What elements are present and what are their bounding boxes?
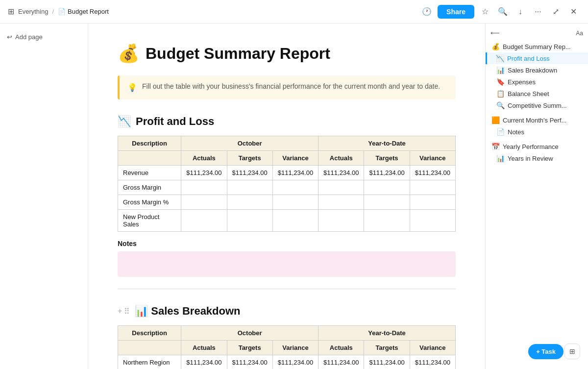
search-icon[interactable]: 🔍 xyxy=(496,5,510,19)
sidebar-item-current-month[interactable]: 🟧 Current Month's Perf... xyxy=(486,114,588,126)
row-oct-variance: $111,234.00 xyxy=(272,355,318,369)
desc-header: Description xyxy=(118,326,181,341)
ytd-targets-header: Targets xyxy=(364,151,410,166)
sidebar-sales-breakdown-label: Sales Breakdown xyxy=(508,67,557,74)
layout: ↩ Add page 💰 Budget Summary Report 💡 Fil… xyxy=(0,24,588,369)
sidebar-budget-summary-label: Budget Summary Rep... xyxy=(503,43,571,50)
table-row: Gross Margin xyxy=(118,180,456,195)
star-icon[interactable]: ☆ xyxy=(478,5,492,19)
row-ytd-variance xyxy=(410,180,455,195)
current-page-breadcrumb: 📄 Budget Report xyxy=(58,8,109,15)
expand-icon[interactable]: ⤢ xyxy=(549,5,563,19)
sidebar-collapse-icon[interactable]: ⟵ xyxy=(490,29,500,37)
current-month-sidebar-icon: 🟧 xyxy=(491,116,500,124)
sidebar-balance-sheet-label: Balance Sheet xyxy=(508,90,549,98)
task-button[interactable]: + Task xyxy=(528,344,564,359)
row-ytd-targets xyxy=(364,195,410,210)
sidebar-item-balance-sheet[interactable]: 📋 Balance Sheet xyxy=(486,88,588,99)
expenses-sidebar-icon: 🔖 xyxy=(496,78,505,86)
lightbulb-icon: 💡 xyxy=(127,82,137,94)
topbar-actions: 🕐 Share ☆ 🔍 ↓ ··· ⤢ ✕ xyxy=(420,5,580,19)
row-oct-variance: $111,234.00 xyxy=(272,166,318,180)
oct-actuals-header: Actuals xyxy=(181,341,227,355)
main-content: 💰 Budget Summary Report 💡 Fill out the t… xyxy=(88,24,485,369)
sidebar-item-competitive[interactable]: 🔍 Competitive Summ... xyxy=(486,99,588,111)
desc-header: Description xyxy=(118,136,181,151)
sidebar-item-budget-summary[interactable]: 💰 Budget Summary Rep... xyxy=(486,41,588,52)
row-ytd-variance: $111,234.00 xyxy=(410,166,455,180)
sidebar-item-profit-loss[interactable]: 📉 Profit and Loss xyxy=(486,52,588,64)
breadcrumb: ⊞ Everything / 📄 Budget Report xyxy=(8,7,109,16)
row-oct-actuals xyxy=(181,210,227,232)
row-ytd-actuals: $111,234.00 xyxy=(318,166,364,180)
ytd-header: Year-to-Date xyxy=(318,326,456,341)
sidebar-item-notes[interactable]: 📄 Notes xyxy=(486,126,588,138)
row-desc: Revenue xyxy=(118,166,181,180)
october-header: October xyxy=(181,326,318,341)
apps-icon: ⊞ xyxy=(8,7,14,16)
row-oct-variance xyxy=(272,180,318,195)
share-button[interactable]: Share xyxy=(438,5,474,19)
oct-actuals-header: Actuals xyxy=(181,151,227,166)
row-desc: Gross Margin xyxy=(118,180,181,195)
desc-sub-header xyxy=(118,151,181,166)
add-page-label: Add page xyxy=(15,33,43,41)
table-row: Gross Margin % xyxy=(118,195,456,210)
export-icon[interactable]: ↓ xyxy=(514,5,527,19)
competitive-sidebar-icon: 🔍 xyxy=(496,101,505,109)
row-ytd-variance xyxy=(410,210,455,232)
add-page-button[interactable]: ↩ Add page xyxy=(4,31,84,43)
add-section-icon[interactable]: + xyxy=(118,307,122,316)
profit-loss-header: 📉 Profit and Loss xyxy=(118,115,456,128)
drag-handle-icon[interactable]: ⠿ xyxy=(124,307,130,316)
sidebar-competitive-label: Competitive Summ... xyxy=(508,102,567,109)
desc-sub-header xyxy=(118,341,181,355)
page-doc-icon: 📄 xyxy=(58,8,66,15)
row-ytd-targets: $111,234.00 xyxy=(364,166,410,180)
sidebar-profit-loss-label: Profit and Loss xyxy=(507,55,550,62)
sidebar-item-expenses[interactable]: 🔖 Expenses xyxy=(486,76,588,88)
ytd-variance-header: Variance xyxy=(410,341,455,355)
history-icon[interactable]: 🕐 xyxy=(420,5,434,19)
grid-view-button[interactable]: ⊞ xyxy=(564,344,580,359)
notes-sidebar-icon: 📄 xyxy=(496,128,505,136)
sidebar-item-years-in-review[interactable]: 📊 Years in Review xyxy=(486,152,588,164)
row-ytd-targets xyxy=(364,180,410,195)
october-header: October xyxy=(181,136,318,151)
oct-variance-header: Variance xyxy=(272,151,318,166)
oct-variance-header: Variance xyxy=(272,341,318,355)
info-box: 💡 Fill out the table with your business'… xyxy=(118,75,456,99)
row-oct-actuals xyxy=(181,195,227,210)
sidebar-item-sales-breakdown[interactable]: 📊 Sales Breakdown xyxy=(486,64,588,76)
page-header: 💰 Budget Summary Report xyxy=(118,43,456,64)
sales-breakdown-title: Sales Breakdown xyxy=(151,305,240,318)
ytd-header: Year-to-Date xyxy=(318,136,456,151)
breadcrumb-separator: / xyxy=(52,8,54,15)
sidebar-years-review-label: Years in Review xyxy=(508,155,553,162)
right-sidebar: ⟵ Aa 💰 Budget Summary Rep... 📉 Profit an… xyxy=(485,24,588,369)
row-oct-variance xyxy=(272,210,318,232)
row-oct-variance xyxy=(272,195,318,210)
more-icon[interactable]: ··· xyxy=(531,5,545,19)
row-ytd-actuals xyxy=(318,180,364,195)
section-divider xyxy=(118,289,456,289)
page-title-icon: 💰 xyxy=(118,43,140,64)
row-desc: Northern Region xyxy=(118,355,181,369)
sidebar-notes-label: Notes xyxy=(508,128,524,136)
row-oct-targets xyxy=(227,180,272,195)
sidebar-item-yearly-performance[interactable]: 📅 Yearly Performance xyxy=(486,141,588,152)
profit-loss-title: Profit and Loss xyxy=(136,115,214,128)
sidebar-yearly-perf-label: Yearly Performance xyxy=(503,143,559,150)
everything-link[interactable]: Everything xyxy=(18,8,48,15)
years-review-sidebar-icon: 📊 xyxy=(496,154,505,162)
add-page-icon: ↩ xyxy=(7,33,12,41)
notes-box[interactable] xyxy=(118,251,456,277)
row-ytd-actuals: $111,234.00 xyxy=(318,355,364,369)
topbar: ⊞ Everything / 📄 Budget Report 🕐 Share ☆… xyxy=(0,0,588,24)
row-desc: New Product Sales xyxy=(118,210,181,232)
info-text: Fill out the table with your business's … xyxy=(142,81,440,92)
ytd-actuals-header: Actuals xyxy=(318,151,364,166)
row-ytd-targets xyxy=(364,210,410,232)
sidebar-aa-icon[interactable]: Aa xyxy=(576,30,583,37)
close-icon[interactable]: ✕ xyxy=(566,5,580,19)
